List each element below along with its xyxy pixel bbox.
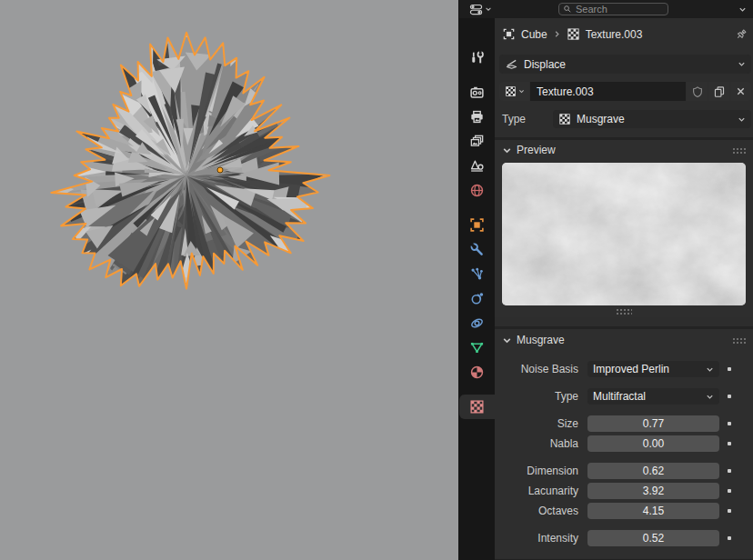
preview-panel-title: Preview [517,144,556,156]
intensity-slider[interactable]: 0.52 [587,530,719,546]
lacunarity-slider[interactable]: 3.92 [587,483,719,499]
header-options-button[interactable] [734,3,750,15]
properties-editor: Cube Texture.003 [458,0,753,560]
search-input[interactable] [576,4,664,15]
tab-modifiers[interactable] [459,237,495,262]
panel-expand-icon [502,335,512,345]
musgrave-panel-header[interactable]: Musgrave [495,329,753,351]
texture-checker-icon [505,85,517,97]
animate-property-dot[interactable] [728,395,731,398]
search-box[interactable] [558,3,668,15]
tab-world[interactable] [459,178,495,203]
property-label: Dimension [495,465,587,477]
tab-view-layer[interactable] [459,129,495,154]
property-label: Size [495,417,587,430]
tab-particles[interactable] [459,262,495,286]
size-row: Size 0.77 [495,415,753,432]
animate-property-dot[interactable] [728,367,731,371]
property-label: Lacunarity [495,485,587,497]
animate-property-dot[interactable] [728,469,731,473]
panel-drag-grip[interactable] [732,147,746,154]
nabla-slider[interactable]: 0.00 [587,435,719,452]
tab-material[interactable] [459,360,495,385]
musgrave-type-dropdown[interactable]: Multifractal [587,388,719,405]
texture-name-value: Texture.003 [537,85,594,98]
particles-icon [469,266,485,282]
texture-datablock-icon [567,27,580,41]
breadcrumb-chevron-icon [553,30,561,38]
editor-type-button[interactable] [467,2,495,17]
slider-value: 0.62 [643,465,664,477]
size-slider[interactable]: 0.77 [587,415,719,432]
tab-physics[interactable] [459,286,495,311]
object-cube-icon [502,27,516,41]
dimension-slider[interactable]: 0.62 [587,463,719,479]
texture-name-field[interactable]: Texture.003 [530,82,686,101]
new-texture-button[interactable] [708,82,729,101]
texture-browse-button[interactable] [499,82,529,101]
object-origin-dot [217,167,223,173]
texture-preview-image [502,163,746,305]
tab-object-data[interactable] [459,335,495,360]
texture-checker-icon [469,399,485,415]
pin-icon[interactable] [735,28,748,41]
duplicate-icon [713,85,726,98]
unlink-texture-button[interactable] [730,82,751,101]
musgrave-type-row: Type Multifractal [495,388,753,405]
printer-icon [469,109,485,125]
texture-type-value: Musgrave [577,113,625,125]
chevron-down-icon [738,60,746,68]
slider-value: 0.52 [643,532,664,545]
texture-checker-icon [558,113,571,125]
displaced-cube-object[interactable] [0,0,458,560]
chevron-down-icon [518,88,525,95]
tab-texture[interactable] [459,395,495,419]
mesh-data-icon [469,340,485,355]
type-label: Type [499,113,553,125]
tab-output[interactable] [459,105,495,129]
property-label: Nabla [495,437,587,450]
preview-panel-header[interactable]: Preview [495,140,753,160]
breadcrumb-texture: Texture.003 [586,28,643,41]
slider-value: 0.77 [643,417,664,430]
tab-constraints[interactable] [459,311,495,335]
3d-viewport[interactable] [0,0,458,560]
texture-type-dropdown[interactable]: Musgrave [553,110,751,128]
panel-drag-grip[interactable] [732,337,746,344]
tab-render[interactable] [459,80,495,105]
tool-icon [469,50,485,65]
tab-tool[interactable] [459,45,495,70]
octaves-slider[interactable]: 4.15 [587,503,719,519]
fake-user-button[interactable] [687,82,708,101]
musgrave-panel-title: Musgrave [517,334,565,346]
property-label: Octaves [495,505,587,517]
property-label: Type [495,390,587,403]
texture-slot-row: Displace [495,55,753,74]
intensity-row: Intensity 0.52 [495,530,753,546]
scene-icon [469,158,485,174]
dimension-row: Dimension 0.62 [495,463,753,479]
tab-object[interactable] [459,213,495,237]
octaves-row: Octaves 4.15 [495,503,753,519]
noise-basis-dropdown[interactable]: Improved Perlin [587,361,719,377]
preview-panel: Preview [495,137,753,317]
dropdown-value: Multifractal [593,390,646,403]
world-globe-icon [469,183,485,198]
texture-slot-dropdown[interactable]: Displace [499,55,751,74]
animate-property-dot[interactable] [728,536,731,540]
tab-scene[interactable] [459,154,495,178]
property-label: Noise Basis [495,363,587,375]
lacunarity-row: Lacunarity 3.92 [495,483,753,499]
images-stack-icon [469,134,485,149]
animate-property-dot[interactable] [728,509,731,513]
property-label: Intensity [495,532,587,545]
breadcrumb: Cube Texture.003 [495,27,753,41]
preview-resize-grip[interactable] [495,305,753,317]
texture-properties-panel: Cube Texture.003 [495,18,753,560]
animate-property-dot[interactable] [728,422,731,425]
shield-icon [691,85,704,98]
animate-property-dot[interactable] [728,489,731,493]
animate-property-dot[interactable] [728,442,731,445]
properties-tab-column [459,18,495,560]
slider-value: 0.00 [643,437,664,450]
